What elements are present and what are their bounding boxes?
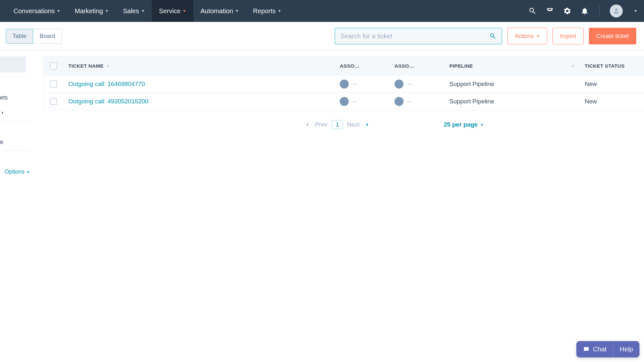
nav-label: Sales — [123, 7, 139, 15]
sidebar-active-tab[interactable] — [0, 56, 26, 72]
assoc-avatar[interactable] — [340, 97, 349, 106]
assoc-value: -- — [407, 81, 412, 88]
main-content: TICKET NAME ▲▼ ASSO… ASSO… PIPELINE ▲▼ T… — [31, 51, 644, 175]
sidebar-label-tickets: ets — [0, 94, 31, 101]
row-checkbox[interactable] — [50, 81, 57, 88]
chevron-down-icon[interactable]: ▼ — [634, 9, 638, 13]
table-row: Outgoing call: 493052015200 -- -- Suppor… — [44, 93, 644, 110]
nav-right: ▼ — [528, 5, 638, 17]
toolbar: Table Board Actions ▼ Import Create tick… — [0, 22, 644, 51]
table-row: Outgoing call: 16469804770 -- -- Support… — [44, 75, 644, 93]
assoc-avatar[interactable] — [395, 97, 404, 106]
import-button[interactable]: Import — [552, 28, 584, 44]
next-button[interactable]: Next — [347, 121, 360, 128]
header-label: PIPELINE — [449, 63, 473, 69]
chevron-down-icon: ▼ — [57, 9, 61, 13]
help-button[interactable]: Help — [613, 341, 639, 357]
pipeline-value: Support Pipeline — [449, 98, 494, 105]
next-arrow-icon[interactable] — [364, 121, 371, 128]
nav-label: Automation — [200, 7, 233, 15]
header-label: TICKET NAME — [68, 63, 103, 69]
user-icon — [612, 7, 620, 15]
select-all-checkbox[interactable] — [50, 62, 57, 70]
help-label: Help — [620, 346, 633, 353]
chat-button[interactable]: Chat — [576, 341, 613, 357]
ticket-name-link[interactable]: Outgoing call: 493052015200 — [68, 98, 148, 105]
chat-help-widget: Chat Help — [576, 341, 639, 357]
options-label: Options — [5, 168, 24, 175]
pipeline-value: Support Pipeline — [449, 81, 494, 88]
header-label: TICKET STATUS — [585, 63, 625, 69]
nav-marketing[interactable]: Marketing ▼ — [68, 0, 116, 22]
nav-label: Conversations — [14, 7, 55, 15]
bell-icon[interactable] — [581, 7, 589, 15]
search-icon[interactable] — [528, 7, 537, 15]
sidebar-divider — [0, 150, 29, 150]
chevron-down-icon: ▼ — [141, 9, 145, 13]
nav-sales[interactable]: Sales ▼ — [116, 0, 152, 22]
chevron-down-icon: ▼ — [182, 9, 186, 13]
assoc-value: -- — [353, 98, 357, 105]
header-status[interactable]: TICKET STATUS — [580, 63, 644, 69]
chevron-down-icon: ▼ — [536, 34, 540, 38]
user-avatar[interactable] — [610, 5, 623, 17]
chevron-down-icon: ▼ — [105, 9, 109, 13]
sort-icon: ▲▼ — [571, 64, 574, 68]
nav-automation[interactable]: Automation ▼ — [193, 0, 246, 22]
nav-divider — [599, 5, 600, 16]
nav-label: Service — [159, 7, 181, 15]
assoc-value: -- — [407, 98, 412, 105]
header-label: ASSO… — [395, 63, 414, 69]
chevron-down-icon: ▼ — [278, 9, 281, 13]
chevron-down-icon: ▼ — [480, 123, 484, 127]
sidebar: ets e Options ▼ — [0, 51, 31, 175]
search-icon[interactable] — [489, 33, 496, 40]
header-asso1[interactable]: ASSO… — [335, 63, 389, 69]
header-label: ASSO… — [340, 63, 359, 69]
ticket-name-link[interactable]: Outgoing call: 16469804770 — [68, 81, 145, 88]
assoc-value: -- — [353, 81, 357, 88]
ticket-table: TICKET NAME ▲▼ ASSO… ASSO… PIPELINE ▲▼ T… — [44, 56, 644, 110]
assoc-avatar[interactable] — [340, 80, 349, 89]
chevron-down-icon: ▼ — [235, 9, 239, 13]
header-ticket-name[interactable]: TICKET NAME ▲▼ — [63, 63, 335, 69]
view-table-button[interactable]: Table — [6, 29, 33, 43]
create-ticket-button[interactable]: Create ticket — [589, 28, 636, 44]
prev-button[interactable]: Prev — [315, 121, 327, 128]
nav-service[interactable]: Service ▼ — [152, 0, 193, 22]
nav-left: Conversations ▼ Marketing ▼ Sales ▼ Serv… — [6, 0, 288, 22]
button-label: Actions — [515, 33, 534, 40]
pagination: Prev 1 Next 25 per page ▼ — [31, 117, 644, 133]
nav-reports[interactable]: Reports ▼ — [246, 0, 288, 22]
nav-label: Marketing — [75, 7, 103, 15]
sidebar-label-2: e — [0, 139, 31, 146]
page-number[interactable]: 1 — [332, 120, 343, 129]
chat-bubble-icon — [583, 346, 590, 353]
chevron-down-icon: ▼ — [26, 170, 30, 174]
assoc-avatar[interactable] — [395, 80, 404, 89]
actions-button[interactable]: Actions ▼ — [507, 28, 547, 44]
settings-gear-icon[interactable] — [563, 7, 571, 15]
prev-arrow-icon[interactable] — [304, 121, 310, 128]
chat-label: Chat — [593, 346, 607, 353]
search-input[interactable] — [340, 33, 489, 40]
top-nav: Conversations ▼ Marketing ▼ Sales ▼ Serv… — [0, 0, 644, 22]
header-asso2[interactable]: ASSO… — [389, 63, 444, 69]
search-box[interactable] — [335, 28, 502, 44]
per-page-selector[interactable]: 25 per page ▼ — [444, 121, 484, 128]
view-toggle: Table Board — [6, 29, 62, 44]
header-checkbox-cell — [44, 62, 63, 70]
view-board-button[interactable]: Board — [33, 29, 62, 43]
sort-icon: ▲▼ — [106, 64, 109, 68]
marketplace-icon[interactable] — [546, 7, 554, 15]
table-header: TICKET NAME ▲▼ ASSO… ASSO… PIPELINE ▲▼ T… — [44, 57, 644, 75]
sidebar-divider — [0, 121, 29, 121]
nav-label: Reports — [253, 7, 276, 15]
header-pipeline[interactable]: PIPELINE ▲▼ — [444, 63, 580, 69]
sidebar-options-link[interactable]: Options ▼ — [5, 168, 31, 175]
row-checkbox[interactable] — [50, 98, 57, 105]
nav-conversations[interactable]: Conversations ▼ — [6, 0, 68, 22]
per-page-label: 25 per page — [444, 121, 478, 128]
status-value: New — [585, 81, 597, 88]
chevron-right-icon[interactable] — [0, 110, 6, 117]
